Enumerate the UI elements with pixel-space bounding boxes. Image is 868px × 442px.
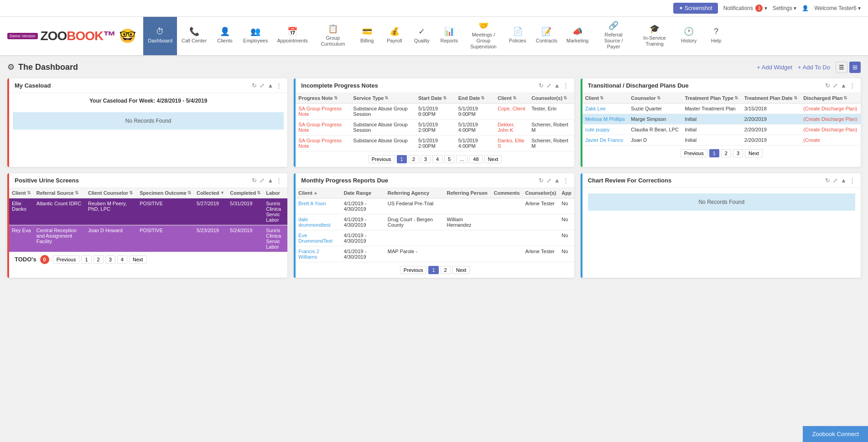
add-widget-button[interactable]: + Add Widget <box>757 64 792 71</box>
welcome-label[interactable]: Welcome Tester6 ▾ <box>814 5 861 11</box>
todo-prev-btn[interactable]: Previous <box>53 255 80 264</box>
monthly-client[interactable]: Francis J Williams <box>296 246 341 262</box>
notes-page-btn[interactable]: 3 <box>421 155 431 163</box>
refresh-plans-btn[interactable]: ↻ <box>825 82 830 89</box>
monthly-client[interactable]: Eve DrummondTest <box>296 230 341 246</box>
menu-monthly-btn[interactable]: ⋮ <box>563 177 569 184</box>
monthly-page-btn[interactable]: 2 <box>441 266 451 274</box>
nav-item-in-service[interactable]: 🎓 In-Service Training <box>634 17 675 55</box>
plan-client[interactable]: Melissa M Phillips <box>582 114 629 124</box>
expand-caseload-btn[interactable]: ⤢ <box>260 82 265 89</box>
plans-page-btn[interactable]: 2 <box>721 149 731 157</box>
screenshot-button[interactable]: ✦ Screenshot <box>673 3 718 14</box>
urine-client[interactable]: Ellie Danko <box>9 198 34 225</box>
refresh-caseload-btn[interactable]: ↻ <box>252 82 257 89</box>
nav-item-group-curriculum[interactable]: 📋 Group Curriculum <box>312 17 353 55</box>
nav-item-history[interactable]: 🕐 History <box>675 17 702 55</box>
settings-link[interactable]: Settings ▾ <box>773 5 797 11</box>
note-start-date: 5/1/2019 2:00PM <box>416 135 456 151</box>
nav-item-meetings-group[interactable]: 🤝 Meetings / Group Supervision <box>463 17 504 55</box>
notes-page-btn[interactable]: 48 <box>469 155 482 163</box>
monthly-page-btn[interactable]: 1 <box>428 266 438 274</box>
notifications-link[interactable]: Notifications 3 ▾ <box>723 5 767 12</box>
note-progress-note[interactable]: SA Group Progress Note <box>296 135 350 151</box>
collapse-notes-btn[interactable]: ▲ <box>554 82 560 89</box>
todo-page-btn[interactable]: 2 <box>94 255 104 264</box>
collapse-urine-btn[interactable]: ▲ <box>267 177 273 184</box>
nav-item-payroll[interactable]: 💰 Payroll <box>381 17 408 55</box>
plans-next-btn[interactable]: Next <box>745 149 763 157</box>
notes-page-btn[interactable]: 1 <box>397 155 407 163</box>
nav-item-employees[interactable]: 👥 Employees <box>239 17 272 55</box>
plan-discharged[interactable]: (Create <box>800 135 861 145</box>
collapse-plans-btn[interactable]: ▲ <box>841 82 847 89</box>
note-progress-note[interactable]: SA Group Progress Note <box>296 103 350 119</box>
notes-page-btn[interactable]: 5 <box>444 155 454 163</box>
plan-discharged[interactable]: (Create Discharge Plan) <box>800 114 861 124</box>
widget-header-caseload: My Caseload ↻ ⤢ ▲ ⋮ <box>9 78 287 93</box>
plans-page-btn[interactable]: 3 <box>733 149 743 157</box>
refresh-chart-btn[interactable]: ↻ <box>825 177 830 184</box>
plans-page-btn[interactable]: 1 <box>709 149 719 157</box>
nav-label-referral: Referral Source / Payer <box>598 32 629 50</box>
plan-client[interactable]: Javier De Franco <box>582 135 629 145</box>
monthly-pagination: Previous12Next <box>296 262 574 278</box>
nav-item-referral[interactable]: 🔗 Referral Source / Payer <box>593 17 634 55</box>
plans-prev-btn[interactable]: Previous <box>681 149 707 157</box>
menu-caseload-btn[interactable]: ⋮ <box>276 82 282 89</box>
list-view-button[interactable]: ☰ <box>836 62 847 73</box>
plan-client[interactable]: cute puppy <box>582 124 629 135</box>
collapse-caseload-btn[interactable]: ▲ <box>267 82 273 89</box>
refresh-urine-btn[interactable]: ↻ <box>252 177 257 184</box>
monthly-client[interactable]: Brett A Yoon <box>296 198 341 214</box>
plans-row: cute puppy Claudia R Bean, LPC Initial 2… <box>582 124 861 135</box>
note-client[interactable]: Cope, Client <box>495 103 529 119</box>
menu-urine-btn[interactable]: ⋮ <box>276 177 282 184</box>
todo-next-btn[interactable]: Next <box>129 255 147 264</box>
menu-notes-btn[interactable]: ⋮ <box>563 82 569 89</box>
todo-page-btn[interactable]: 4 <box>117 255 127 264</box>
nav-bar: Demo Version ZOOBOOK™ 🤓 ⏱ Dashboard📞 Cal… <box>0 17 868 56</box>
urine-client[interactable]: Rey Eva <box>9 225 34 252</box>
refresh-monthly-btn[interactable]: ↻ <box>539 177 544 184</box>
collapse-chart-btn[interactable]: ▲ <box>841 177 847 184</box>
nav-item-appointments[interactable]: 📅 Appointments <box>272 17 312 55</box>
nav-item-reports[interactable]: 📊 Reports <box>436 17 463 55</box>
grid-view-button[interactable]: ⊞ <box>849 62 861 73</box>
nav-item-marketing[interactable]: 📣 Marketing <box>562 17 593 55</box>
nav-item-policies[interactable]: 📄 Policies <box>504 17 531 55</box>
nav-item-clients[interactable]: 👤 Clients <box>211 17 239 55</box>
monthly-client[interactable]: dale drummondtest <box>296 214 341 230</box>
nav-item-contracts[interactable]: 📝 Contracts <box>531 17 562 55</box>
plan-client[interactable]: Zakk Lee <box>582 103 629 114</box>
plan-discharged[interactable]: (Create Discharge Plan) <box>800 124 861 135</box>
nav-item-help[interactable]: ? Help <box>702 17 730 55</box>
notes-prev-btn[interactable]: Previous <box>368 155 395 163</box>
monthly-next-btn[interactable]: Next <box>452 266 470 274</box>
menu-plans-btn[interactable]: ⋮ <box>849 82 855 89</box>
nav-item-billing[interactable]: 💳 Billing <box>353 17 381 55</box>
notes-page-btn[interactable]: 4 <box>432 155 442 163</box>
note-client[interactable]: Danko, Ellie S <box>495 135 529 151</box>
nav-item-call-center[interactable]: 📞 Call Center <box>177 17 211 55</box>
plan-discharged[interactable]: (Create Discharge Plan) <box>800 103 861 114</box>
nav-item-dashboard[interactable]: ⏱ Dashboard <box>143 17 177 55</box>
menu-chart-btn[interactable]: ⋮ <box>849 177 855 184</box>
add-todo-button[interactable]: + Add To Do <box>798 64 830 71</box>
monthly-prev-btn[interactable]: Previous <box>400 266 427 274</box>
refresh-notes-btn[interactable]: ↻ <box>539 82 544 89</box>
todo-page-btn[interactable]: 1 <box>81 255 91 264</box>
notes-page-btn[interactable]: 2 <box>409 155 419 163</box>
nav-item-quality[interactable]: ✓ Quality <box>408 17 436 55</box>
note-progress-note[interactable]: SA Group Progress Note <box>296 119 350 135</box>
expand-chart-btn[interactable]: ⤢ <box>833 177 838 184</box>
expand-monthly-btn[interactable]: ⤢ <box>546 177 551 184</box>
todo-page-btn[interactable]: 3 <box>105 255 115 264</box>
note-client[interactable]: Dekker, John K <box>495 119 529 135</box>
expand-notes-btn[interactable]: ⤢ <box>546 82 551 89</box>
expand-urine-btn[interactable]: ⤢ <box>260 177 265 184</box>
collapse-monthly-btn[interactable]: ▲ <box>554 177 560 184</box>
notes-next-btn[interactable]: Next <box>484 155 502 163</box>
notes-page-btn[interactable]: ... <box>456 155 468 163</box>
expand-plans-btn[interactable]: ⤢ <box>833 82 838 89</box>
